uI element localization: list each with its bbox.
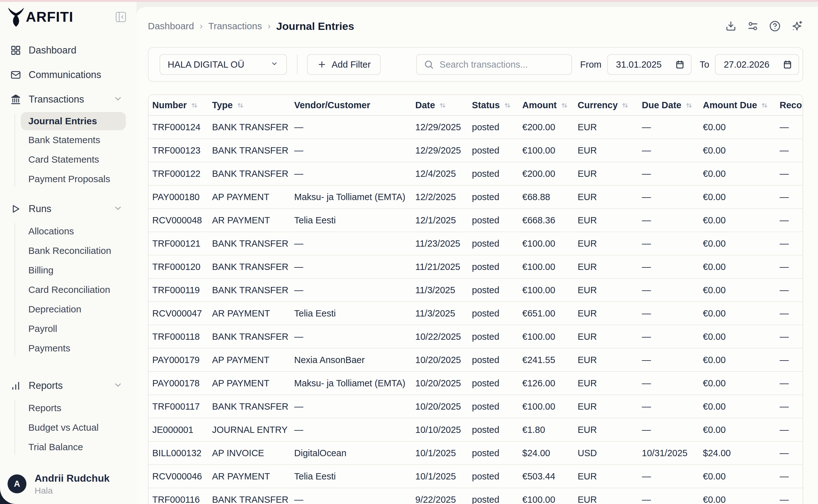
breadcrumb-dashboard[interactable]: Dashboard [148, 21, 194, 31]
sidebar-item-journal-entries[interactable]: Journal Entries [21, 112, 126, 130]
cell-date: 9/22/2025 [415, 488, 472, 504]
sidebar-item-bank-statements[interactable]: Bank Statements [0, 130, 132, 150]
cell-currency: EUR [578, 302, 642, 325]
sidebar-item-communications[interactable]: Communications [0, 65, 132, 85]
search-input[interactable] [439, 59, 564, 70]
column-header-currency[interactable]: Currency [578, 95, 642, 115]
cell-date: 11/3/2025 [415, 278, 472, 302]
sidebar-item-payments[interactable]: Payments [0, 339, 132, 358]
date-to-input[interactable]: 27.02.2026 [715, 54, 799, 75]
cell-amount-due: €0.00 [703, 418, 780, 441]
sidebar-item-card-reconciliation[interactable]: Card Reconciliation [0, 280, 132, 300]
company-selector[interactable]: HALA DIGITAL OÜ [160, 54, 287, 75]
cell-vendor: Telia Eesti [294, 302, 415, 325]
cell-status: posted [472, 325, 522, 348]
cell-vendor: — [294, 488, 415, 504]
cell-currency: EUR [578, 325, 642, 348]
user-menu[interactable]: A Andrii Rudchuk Hala [0, 472, 137, 496]
sidebar-item-billing[interactable]: Billing [0, 260, 132, 280]
cell-type: BANK TRANSFER [212, 162, 294, 185]
bank-icon [10, 94, 21, 105]
table-row[interactable]: TRF000122 BANK TRANSFER — 12/4/2025 post… [148, 162, 803, 185]
table-row[interactable]: TRF000119 BANK TRANSFER — 11/3/2025 post… [148, 278, 803, 302]
cell-recon: — [780, 395, 803, 418]
sidebar-item-payment-proposals[interactable]: Payment Proposals [0, 169, 132, 189]
download-icon[interactable] [725, 20, 737, 32]
cell-number: TRF000120 [148, 255, 212, 278]
table-row[interactable]: TRF000116 BANK TRANSFER — 9/22/2025 post… [148, 488, 803, 504]
table-row[interactable]: TRF000121 BANK TRANSFER — 11/23/2025 pos… [148, 232, 803, 255]
table-row[interactable]: TRF000123 BANK TRANSFER — 12/29/2025 pos… [148, 139, 803, 162]
column-header-number[interactable]: Number [148, 95, 212, 115]
breadcrumb-separator: › [200, 21, 203, 31]
sidebar-item-budget-vs-actual[interactable]: Budget vs Actual [0, 418, 132, 437]
column-header-status[interactable]: Status [472, 95, 522, 115]
cell-type: BANK TRANSFER [212, 395, 294, 418]
cell-amount-due: €0.00 [703, 325, 780, 348]
help-icon[interactable] [769, 20, 781, 32]
column-header-recon[interactable]: Recon [780, 95, 803, 115]
add-filter-button[interactable]: Add Filter [307, 54, 381, 75]
table-row[interactable]: PAY000178 AP PAYMENT Maksu- ja Tolliamet… [148, 372, 803, 395]
sidebar-item-bank-reconciliation[interactable]: Bank Reconciliation [0, 241, 132, 260]
column-header-amount[interactable]: Amount [522, 95, 578, 115]
table-row[interactable]: TRF000118 BANK TRANSFER — 10/22/2025 pos… [148, 325, 803, 348]
table-row[interactable]: RCV000047 AR PAYMENT Telia Eesti 11/3/20… [148, 302, 803, 325]
sidebar-item-trial-balance[interactable]: Trial Balance [0, 437, 132, 457]
sidebar-item-depreciation[interactable]: Depreciation [0, 300, 132, 319]
cell-recon: — [780, 209, 803, 232]
cell-currency: USD [578, 441, 642, 465]
cell-recon: — [780, 162, 803, 185]
table-row[interactable]: PAY000179 AP PAYMENT Nexia AnsonBaer 10/… [148, 348, 803, 372]
cell-amount-due: €0.00 [703, 185, 780, 209]
table-row[interactable]: BILL000132 AP INVOICE DigitalOcean 10/1/… [148, 441, 803, 465]
calendar-icon [675, 60, 685, 69]
date-to-value: 27.02.2026 [724, 59, 769, 70]
table-row[interactable]: RCV000048 AR PAYMENT Telia Eesti 12/1/20… [148, 209, 803, 232]
sparkles-icon[interactable] [791, 20, 803, 32]
app-logo[interactable]: ARFITI [7, 7, 73, 27]
sidebar-item-card-statements[interactable]: Card Statements [0, 150, 132, 169]
sidebar-nav: Dashboard Communications Transactions [0, 32, 137, 457]
column-header-vendor-customer[interactable]: Vendor/Customer [294, 95, 415, 115]
cell-status: posted [472, 162, 522, 185]
column-header-due-date[interactable]: Due Date [642, 95, 703, 115]
user-org: Hala [35, 486, 109, 496]
cell-due-date: — [642, 209, 703, 232]
table-row[interactable]: RCV000046 AR PAYMENT Telia Eesti 10/1/20… [148, 465, 803, 488]
cell-date: 10/1/2025 [415, 441, 472, 465]
cell-status: posted [472, 232, 522, 255]
sliders-icon[interactable] [747, 20, 759, 32]
cell-currency: EUR [578, 255, 642, 278]
table-row[interactable]: TRF000124 BANK TRANSFER — 12/29/2025 pos… [148, 115, 803, 139]
search-icon [424, 59, 434, 70]
column-header-amount-due[interactable]: Amount Due [703, 95, 780, 115]
date-from-input[interactable]: 31.01.2025 [607, 54, 692, 75]
cell-type: JOURNAL ENTRY [212, 418, 294, 441]
sidebar-item-dashboard[interactable]: Dashboard [0, 40, 132, 60]
cell-due-date: — [642, 255, 703, 278]
column-header-type[interactable]: Type [212, 95, 294, 115]
breadcrumb-transactions[interactable]: Transactions [208, 21, 262, 31]
table-row[interactable]: TRF000117 BANK TRANSFER — 10/20/2025 pos… [148, 395, 803, 418]
cell-type: AP PAYMENT [212, 372, 294, 395]
cell-amount: €651.00 [522, 302, 578, 325]
sidebar-item-reports[interactable]: Reports [0, 376, 132, 396]
table-row[interactable]: PAY000180 AP PAYMENT Maksu- ja Tolliamet… [148, 185, 803, 209]
sidebar-item-runs[interactable]: Runs [0, 199, 132, 219]
cell-amount: €241.55 [522, 348, 578, 372]
chevron-down-icon [113, 380, 123, 391]
table-row[interactable]: JE000001 JOURNAL ENTRY — 10/10/2025 post… [148, 418, 803, 441]
sort-icon [190, 101, 199, 110]
cell-due-date: — [642, 488, 703, 504]
sidebar-item-transactions[interactable]: Transactions [0, 89, 132, 109]
table-row[interactable]: TRF000120 BANK TRANSFER — 11/21/2025 pos… [148, 255, 803, 278]
sidebar-item-reports-child[interactable]: Reports [0, 398, 132, 418]
column-header-date[interactable]: Date [415, 95, 472, 115]
cell-recon: — [780, 278, 803, 302]
panel-collapse-icon[interactable] [114, 10, 128, 24]
chevron-down-icon [113, 94, 123, 105]
sidebar-item-payroll[interactable]: Payroll [0, 319, 132, 339]
cell-amount-due: €0.00 [703, 255, 780, 278]
sidebar-item-allocations[interactable]: Allocations [0, 221, 132, 241]
